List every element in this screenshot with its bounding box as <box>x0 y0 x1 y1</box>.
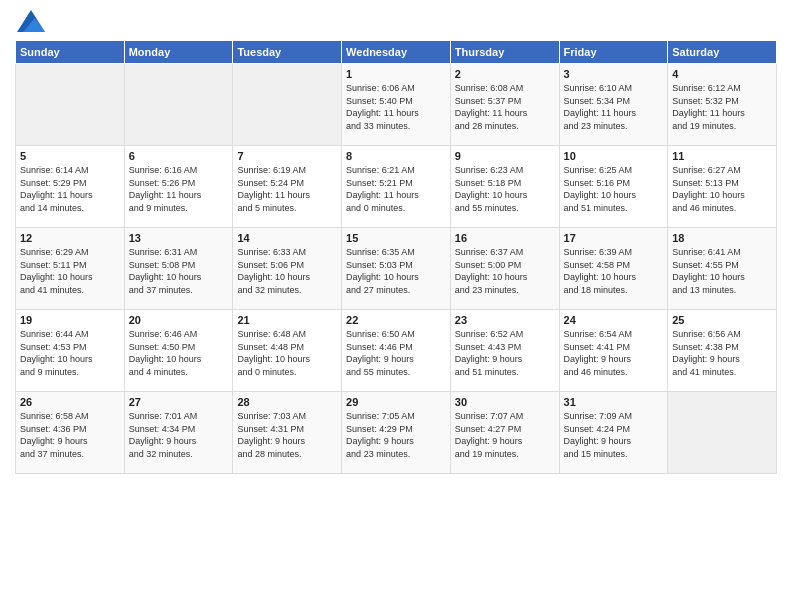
week-row-1: 1Sunrise: 6:06 AM Sunset: 5:40 PM Daylig… <box>16 64 777 146</box>
day-cell: 19Sunrise: 6:44 AM Sunset: 4:53 PM Dayli… <box>16 310 125 392</box>
day-info: Sunrise: 7:01 AM Sunset: 4:34 PM Dayligh… <box>129 410 229 460</box>
day-info: Sunrise: 6:25 AM Sunset: 5:16 PM Dayligh… <box>564 164 664 214</box>
day-info: Sunrise: 7:07 AM Sunset: 4:27 PM Dayligh… <box>455 410 555 460</box>
week-row-4: 19Sunrise: 6:44 AM Sunset: 4:53 PM Dayli… <box>16 310 777 392</box>
day-number: 7 <box>237 150 337 162</box>
day-info: Sunrise: 6:14 AM Sunset: 5:29 PM Dayligh… <box>20 164 120 214</box>
day-cell: 6Sunrise: 6:16 AM Sunset: 5:26 PM Daylig… <box>124 146 233 228</box>
day-info: Sunrise: 6:48 AM Sunset: 4:48 PM Dayligh… <box>237 328 337 378</box>
calendar: SundayMondayTuesdayWednesdayThursdayFrid… <box>15 40 777 474</box>
day-cell: 1Sunrise: 6:06 AM Sunset: 5:40 PM Daylig… <box>342 64 451 146</box>
day-cell: 9Sunrise: 6:23 AM Sunset: 5:18 PM Daylig… <box>450 146 559 228</box>
day-cell <box>124 64 233 146</box>
day-info: Sunrise: 6:46 AM Sunset: 4:50 PM Dayligh… <box>129 328 229 378</box>
day-cell <box>16 64 125 146</box>
day-info: Sunrise: 6:10 AM Sunset: 5:34 PM Dayligh… <box>564 82 664 132</box>
day-cell: 25Sunrise: 6:56 AM Sunset: 4:38 PM Dayli… <box>668 310 777 392</box>
day-cell: 12Sunrise: 6:29 AM Sunset: 5:11 PM Dayli… <box>16 228 125 310</box>
day-number: 29 <box>346 396 446 408</box>
day-number: 31 <box>564 396 664 408</box>
col-header-wednesday: Wednesday <box>342 41 451 64</box>
day-number: 8 <box>346 150 446 162</box>
day-info: Sunrise: 6:21 AM Sunset: 5:21 PM Dayligh… <box>346 164 446 214</box>
day-info: Sunrise: 6:31 AM Sunset: 5:08 PM Dayligh… <box>129 246 229 296</box>
day-cell: 2Sunrise: 6:08 AM Sunset: 5:37 PM Daylig… <box>450 64 559 146</box>
col-header-monday: Monday <box>124 41 233 64</box>
day-cell: 20Sunrise: 6:46 AM Sunset: 4:50 PM Dayli… <box>124 310 233 392</box>
day-number: 17 <box>564 232 664 244</box>
calendar-header-row: SundayMondayTuesdayWednesdayThursdayFrid… <box>16 41 777 64</box>
col-header-saturday: Saturday <box>668 41 777 64</box>
day-cell: 5Sunrise: 6:14 AM Sunset: 5:29 PM Daylig… <box>16 146 125 228</box>
day-info: Sunrise: 6:16 AM Sunset: 5:26 PM Dayligh… <box>129 164 229 214</box>
day-cell: 17Sunrise: 6:39 AM Sunset: 4:58 PM Dayli… <box>559 228 668 310</box>
day-number: 12 <box>20 232 120 244</box>
day-cell: 4Sunrise: 6:12 AM Sunset: 5:32 PM Daylig… <box>668 64 777 146</box>
day-info: Sunrise: 6:27 AM Sunset: 5:13 PM Dayligh… <box>672 164 772 214</box>
day-number: 10 <box>564 150 664 162</box>
logo-icon <box>17 10 45 32</box>
day-cell: 30Sunrise: 7:07 AM Sunset: 4:27 PM Dayli… <box>450 392 559 474</box>
day-cell: 16Sunrise: 6:37 AM Sunset: 5:00 PM Dayli… <box>450 228 559 310</box>
day-cell: 10Sunrise: 6:25 AM Sunset: 5:16 PM Dayli… <box>559 146 668 228</box>
logo <box>15 10 45 32</box>
col-header-sunday: Sunday <box>16 41 125 64</box>
day-cell: 8Sunrise: 6:21 AM Sunset: 5:21 PM Daylig… <box>342 146 451 228</box>
day-info: Sunrise: 7:03 AM Sunset: 4:31 PM Dayligh… <box>237 410 337 460</box>
day-info: Sunrise: 6:23 AM Sunset: 5:18 PM Dayligh… <box>455 164 555 214</box>
day-number: 21 <box>237 314 337 326</box>
day-cell: 24Sunrise: 6:54 AM Sunset: 4:41 PM Dayli… <box>559 310 668 392</box>
day-cell: 15Sunrise: 6:35 AM Sunset: 5:03 PM Dayli… <box>342 228 451 310</box>
day-number: 24 <box>564 314 664 326</box>
week-row-5: 26Sunrise: 6:58 AM Sunset: 4:36 PM Dayli… <box>16 392 777 474</box>
day-cell: 21Sunrise: 6:48 AM Sunset: 4:48 PM Dayli… <box>233 310 342 392</box>
day-number: 9 <box>455 150 555 162</box>
day-number: 15 <box>346 232 446 244</box>
day-number: 16 <box>455 232 555 244</box>
day-info: Sunrise: 6:44 AM Sunset: 4:53 PM Dayligh… <box>20 328 120 378</box>
day-info: Sunrise: 6:12 AM Sunset: 5:32 PM Dayligh… <box>672 82 772 132</box>
day-number: 5 <box>20 150 120 162</box>
day-number: 20 <box>129 314 229 326</box>
header <box>15 10 777 32</box>
day-cell: 18Sunrise: 6:41 AM Sunset: 4:55 PM Dayli… <box>668 228 777 310</box>
day-cell <box>668 392 777 474</box>
day-number: 28 <box>237 396 337 408</box>
day-info: Sunrise: 7:09 AM Sunset: 4:24 PM Dayligh… <box>564 410 664 460</box>
page: SundayMondayTuesdayWednesdayThursdayFrid… <box>0 0 792 612</box>
col-header-tuesday: Tuesday <box>233 41 342 64</box>
col-header-thursday: Thursday <box>450 41 559 64</box>
week-row-3: 12Sunrise: 6:29 AM Sunset: 5:11 PM Dayli… <box>16 228 777 310</box>
day-info: Sunrise: 6:06 AM Sunset: 5:40 PM Dayligh… <box>346 82 446 132</box>
day-info: Sunrise: 6:08 AM Sunset: 5:37 PM Dayligh… <box>455 82 555 132</box>
day-cell: 26Sunrise: 6:58 AM Sunset: 4:36 PM Dayli… <box>16 392 125 474</box>
day-info: Sunrise: 6:39 AM Sunset: 4:58 PM Dayligh… <box>564 246 664 296</box>
day-info: Sunrise: 6:54 AM Sunset: 4:41 PM Dayligh… <box>564 328 664 378</box>
day-cell: 23Sunrise: 6:52 AM Sunset: 4:43 PM Dayli… <box>450 310 559 392</box>
day-info: Sunrise: 6:56 AM Sunset: 4:38 PM Dayligh… <box>672 328 772 378</box>
day-number: 30 <box>455 396 555 408</box>
day-info: Sunrise: 7:05 AM Sunset: 4:29 PM Dayligh… <box>346 410 446 460</box>
day-info: Sunrise: 6:50 AM Sunset: 4:46 PM Dayligh… <box>346 328 446 378</box>
day-info: Sunrise: 6:37 AM Sunset: 5:00 PM Dayligh… <box>455 246 555 296</box>
day-number: 4 <box>672 68 772 80</box>
day-info: Sunrise: 6:52 AM Sunset: 4:43 PM Dayligh… <box>455 328 555 378</box>
day-cell: 28Sunrise: 7:03 AM Sunset: 4:31 PM Dayli… <box>233 392 342 474</box>
day-number: 19 <box>20 314 120 326</box>
day-info: Sunrise: 6:35 AM Sunset: 5:03 PM Dayligh… <box>346 246 446 296</box>
day-info: Sunrise: 6:58 AM Sunset: 4:36 PM Dayligh… <box>20 410 120 460</box>
day-number: 26 <box>20 396 120 408</box>
day-cell: 29Sunrise: 7:05 AM Sunset: 4:29 PM Dayli… <box>342 392 451 474</box>
day-info: Sunrise: 6:19 AM Sunset: 5:24 PM Dayligh… <box>237 164 337 214</box>
day-info: Sunrise: 6:41 AM Sunset: 4:55 PM Dayligh… <box>672 246 772 296</box>
week-row-2: 5Sunrise: 6:14 AM Sunset: 5:29 PM Daylig… <box>16 146 777 228</box>
day-info: Sunrise: 6:29 AM Sunset: 5:11 PM Dayligh… <box>20 246 120 296</box>
day-number: 23 <box>455 314 555 326</box>
day-cell: 31Sunrise: 7:09 AM Sunset: 4:24 PM Dayli… <box>559 392 668 474</box>
day-cell: 13Sunrise: 6:31 AM Sunset: 5:08 PM Dayli… <box>124 228 233 310</box>
day-number: 25 <box>672 314 772 326</box>
day-cell: 14Sunrise: 6:33 AM Sunset: 5:06 PM Dayli… <box>233 228 342 310</box>
day-number: 6 <box>129 150 229 162</box>
day-number: 14 <box>237 232 337 244</box>
day-number: 27 <box>129 396 229 408</box>
